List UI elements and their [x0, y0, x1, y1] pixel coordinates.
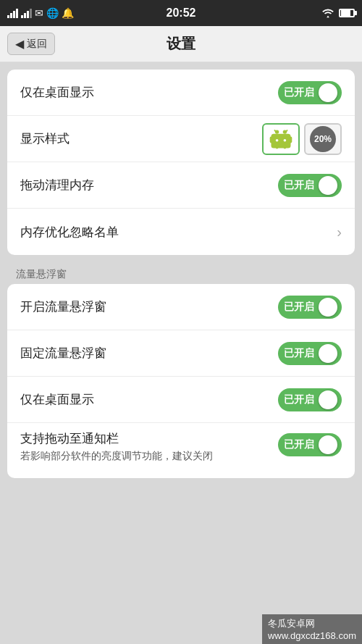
svg-rect-10 — [284, 144, 287, 149]
globe-icon: 🌐 — [46, 7, 59, 19]
percent-label: 20% — [314, 134, 332, 144]
row-drag-notify: 支持拖动至通知栏 若影响部分软件的亮度调节功能，建议关闭 已开启 — [7, 423, 355, 478]
row-fix-float: 固定流量悬浮窗 已开启 — [7, 330, 355, 377]
settings-card-1: 仅在桌面显示 已开启 显示样式 — [7, 70, 355, 255]
toggle-knob-5 — [319, 390, 337, 409]
svg-point-3 — [276, 139, 279, 142]
signal-bar-1 — [7, 8, 18, 18]
toggle-knob-3 — [319, 298, 337, 317]
back-arrow-icon: ◀ — [15, 37, 24, 51]
row-drag-clean: 拖动清理内存 已开启 — [7, 162, 355, 209]
toggle-knob-2 — [319, 176, 337, 195]
battery-icon — [339, 9, 355, 17]
back-label: 返回 — [27, 38, 47, 51]
style-option-percent[interactable]: 20% — [304, 123, 342, 155]
toggle-drag-notify[interactable]: 已开启 — [278, 433, 342, 456]
notification-icon: 🔔 — [62, 7, 74, 19]
toggle-open-float-label: 已开启 — [284, 301, 314, 314]
toggle-knob-4 — [319, 344, 337, 363]
row-display-style: 显示样式 — [7, 116, 355, 162]
toggle-drag-notify-label: 已开启 — [284, 438, 314, 451]
style-option-android[interactable] — [262, 123, 300, 155]
android-icon — [268, 126, 294, 152]
toggle-desktop-only-2-label: 已开启 — [284, 393, 314, 406]
status-right — [321, 8, 355, 18]
status-left: ✉ 🌐 🔔 — [7, 7, 74, 19]
row-ignore-list[interactable]: 内存优化忽略名单 › — [7, 209, 355, 255]
signal-bar-2 — [21, 8, 32, 18]
display-style-options: 20% — [262, 123, 342, 155]
toggle-drag-clean-label: 已开启 — [284, 179, 314, 192]
status-time: 20:52 — [167, 7, 196, 20]
svg-rect-8 — [290, 136, 292, 143]
toggle-desktop-only-2[interactable]: 已开启 — [278, 388, 342, 411]
row-open-float: 开启流量悬浮窗 已开启 — [7, 284, 355, 330]
toggle-desktop-only[interactable]: 已开启 — [278, 81, 342, 104]
row-desktop-only: 仅在桌面显示 已开启 — [7, 70, 355, 116]
row-display-style-label: 显示样式 — [20, 130, 70, 147]
svg-rect-9 — [276, 144, 279, 149]
chevron-icon: › — [337, 224, 342, 241]
watermark-url: www.dgxcdz168.com — [268, 630, 356, 641]
row-open-float-label: 开启流量悬浮窗 — [20, 298, 106, 315]
back-button[interactable]: ◀ 返回 — [7, 33, 55, 55]
svg-rect-0 — [272, 133, 291, 148]
svg-rect-7 — [270, 136, 273, 143]
nav-title: 设置 — [167, 34, 195, 54]
row-drag-notify-sublabel: 若影响部分软件的亮度调节功能，建议关闭 — [20, 449, 213, 464]
message-icon: ✉ — [35, 7, 43, 19]
row-ignore-list-label: 内存优化忽略名单 — [20, 224, 119, 241]
toggle-desktop-only-label: 已开启 — [284, 86, 314, 99]
percent-badge: 20% — [310, 126, 336, 152]
svg-point-4 — [284, 139, 287, 142]
toggle-fix-float-label: 已开启 — [284, 347, 314, 360]
section-header-float: 流量悬浮窗 — [7, 262, 355, 284]
row-fix-float-label: 固定流量悬浮窗 — [20, 345, 106, 361]
watermark: 冬瓜安卓网 www.dgxcdz168.com — [262, 614, 362, 644]
nav-bar: ◀ 返回 设置 — [0, 26, 362, 62]
toggle-knob-6 — [319, 435, 337, 454]
watermark-text: 冬瓜安卓网 — [268, 618, 315, 629]
row-drag-clean-label: 拖动清理内存 — [20, 177, 94, 193]
settings-card-2: 开启流量悬浮窗 已开启 固定流量悬浮窗 已开启 仅在桌面显示 已开启 — [7, 284, 355, 478]
row-drag-notify-content: 支持拖动至通知栏 若影响部分软件的亮度调节功能，建议关闭 — [20, 430, 213, 464]
main-content: 仅在桌面显示 已开启 显示样式 — [0, 62, 362, 644]
row-desktop-only-label: 仅在桌面显示 — [20, 84, 94, 101]
toggle-fix-float[interactable]: 已开启 — [278, 342, 342, 365]
toggle-drag-clean[interactable]: 已开启 — [278, 174, 342, 197]
row-desktop-only-2: 仅在桌面显示 已开启 — [7, 377, 355, 423]
wifi-icon — [321, 8, 334, 18]
toggle-open-float[interactable]: 已开启 — [278, 296, 342, 319]
toggle-knob — [319, 83, 337, 102]
row-desktop-only-2-label: 仅在桌面显示 — [20, 391, 94, 408]
status-bar: ✉ 🌐 🔔 20:52 — [0, 0, 362, 26]
row-drag-notify-label: 支持拖动至通知栏 — [20, 430, 213, 447]
